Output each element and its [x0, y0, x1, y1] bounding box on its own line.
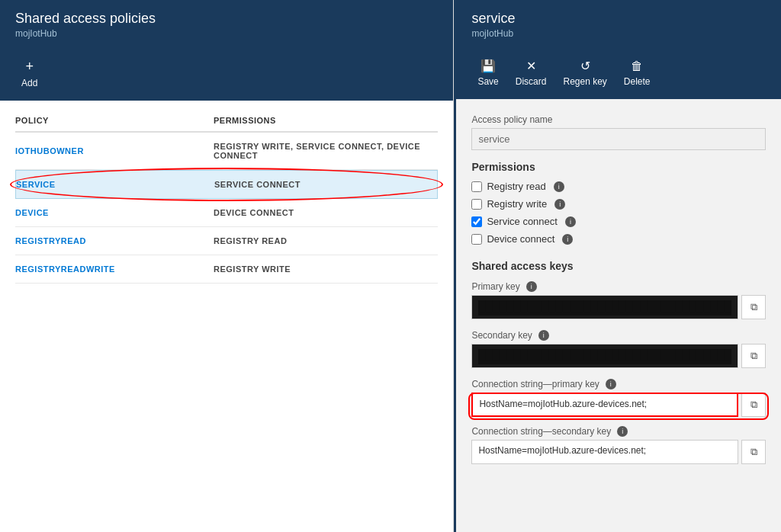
policy-name-label: Access policy name [471, 114, 766, 125]
policy-table: POLICY PERMISSIONS iothubowner registry … [0, 101, 453, 532]
permission-info-icon[interactable]: i [554, 199, 565, 210]
permission-checkbox[interactable] [471, 216, 482, 227]
permission-info-icon[interactable]: i [554, 181, 564, 192]
connection-secondary-info-icon[interactable]: i [617, 426, 628, 437]
primary-key-copy-button[interactable]: ⧉ [741, 295, 766, 319]
primary-key-redacted: ████████████████████████████████████ [478, 300, 731, 316]
secondary-key-row: Secondary key i ████████████████████████… [471, 330, 766, 368]
policy-cell: registryReadWrite [15, 264, 214, 274]
save-label: Save [477, 76, 498, 87]
table-row[interactable]: iothubowner registry write, service conn… [15, 133, 438, 170]
connection-primary-row: Connection string—primary key i HostName… [471, 379, 766, 417]
col-policy-header: POLICY [15, 116, 214, 125]
primary-key-label: Primary key i [471, 281, 766, 292]
primary-key-row: Primary key i ██████████████████████████… [471, 281, 766, 319]
permission-checkbox[interactable] [471, 181, 482, 192]
policy-cell: service [16, 180, 214, 189]
discard-label: Discard [516, 76, 547, 87]
left-panel-title: Shared access policies [15, 11, 438, 27]
add-icon: + [25, 59, 34, 75]
connection-primary-value: HostName=mojIotHub.azure-devices.net; [471, 393, 738, 417]
right-header: service mojIotHub [456, 0, 781, 50]
permission-label: Registry read [487, 181, 545, 192]
connection-secondary-input-row: HostName=mojIotHub.azure-devices.net; ⧉ [471, 440, 766, 464]
save-icon: 💾 [480, 59, 496, 73]
table-row[interactable]: device device connect [15, 199, 438, 227]
delete-button[interactable]: 🗑 Delete [618, 56, 657, 90]
policy-cell: registryRead [15, 236, 214, 245]
permission-row: Registry read i [471, 181, 766, 192]
policy-name-input[interactable] [471, 128, 766, 150]
permission-label: Service connect [487, 216, 558, 227]
permissions-section: Permissions Registry read i Registry wri… [471, 161, 766, 245]
save-button[interactable]: 💾 Save [471, 56, 504, 90]
regen-icon: ↺ [580, 59, 590, 73]
keys-title: Shared access keys [471, 260, 766, 272]
connection-primary-info-icon[interactable]: i [606, 379, 616, 389]
permission-checkbox[interactable] [471, 234, 482, 245]
add-label: Add [21, 78, 37, 88]
permissions-title: Permissions [471, 161, 766, 173]
connection-secondary-copy-button[interactable]: ⧉ [741, 440, 766, 464]
discard-icon: ✕ [526, 59, 536, 73]
permission-info-icon[interactable]: i [565, 216, 576, 227]
keys-section: Shared access keys Primary key i ███████… [471, 260, 766, 464]
permission-label: Registry write [487, 198, 547, 210]
permission-row: Registry write i [471, 198, 766, 210]
right-content: Access policy name Permissions Registry … [456, 99, 781, 532]
right-panel-subtitle: mojIotHub [471, 28, 766, 39]
permission-info-icon[interactable]: i [562, 234, 573, 245]
policy-cell: device [15, 208, 214, 217]
primary-key-value: ████████████████████████████████████ [471, 295, 738, 319]
permissions-cell: device connect [214, 208, 438, 217]
connection-secondary-label: Connection string—secondary key i [471, 426, 766, 437]
left-toolbar: + Add [0, 50, 453, 101]
connection-primary-label: Connection string—primary key i [471, 379, 766, 389]
left-panel: Shared access policies mojIotHub + Add P… [0, 0, 454, 532]
right-toolbar: 💾 Save ✕ Discard ↺ Regen key 🗑 Delete [456, 50, 781, 99]
table-body: iothubowner registry write, service conn… [15, 133, 438, 284]
permissions-cell: registry write, service connect, device … [214, 142, 438, 160]
permissions-list: Registry read i Registry write i Service… [471, 181, 766, 245]
table-row[interactable]: service service connect [15, 170, 438, 199]
regen-key-button[interactable]: ↺ Regen key [557, 56, 612, 90]
permissions-cell: registry read [214, 236, 438, 245]
left-header: Shared access policies mojIotHub [0, 0, 453, 50]
connection-secondary-value: HostName=mojIotHub.azure-devices.net; [471, 440, 738, 464]
secondary-key-input-row: ████████████████████████████████████ ⧉ [471, 344, 766, 368]
table-header: POLICY PERMISSIONS [15, 116, 438, 133]
connection-secondary-row: Connection string—secondary key i HostNa… [471, 426, 766, 464]
discard-button[interactable]: ✕ Discard [509, 56, 553, 90]
policy-cell: iothubowner [15, 146, 214, 155]
permission-checkbox[interactable] [471, 199, 482, 210]
table-row[interactable]: registryRead registry read [15, 227, 438, 255]
permissions-cell: registry write [214, 264, 438, 274]
permission-label: Device connect [487, 233, 554, 245]
secondary-key-label: Secondary key i [471, 330, 766, 341]
table-row[interactable]: registryReadWrite registry write [15, 255, 438, 284]
add-button[interactable]: + Add [15, 56, 43, 91]
secondary-key-copy-button[interactable]: ⧉ [741, 344, 766, 368]
regen-label: Regen key [563, 76, 606, 87]
delete-label: Delete [624, 76, 651, 87]
permission-row: Service connect i [471, 216, 766, 227]
connection-primary-copy-button[interactable]: ⧉ [741, 393, 766, 417]
permissions-cell: service connect [214, 180, 437, 189]
col-permissions-header: PERMISSIONS [214, 116, 438, 125]
delete-icon: 🗑 [631, 59, 643, 73]
secondary-key-info-icon[interactable]: i [538, 330, 549, 341]
right-panel: service mojIotHub 💾 Save ✕ Discard ↺ Reg… [456, 0, 781, 532]
secondary-key-value: ████████████████████████████████████ [471, 344, 738, 368]
connection-primary-input-row: HostName=mojIotHub.azure-devices.net; ⧉ [471, 393, 766, 417]
secondary-key-redacted: ████████████████████████████████████ [478, 349, 731, 364]
primary-key-input-row: ████████████████████████████████████ ⧉ [471, 295, 766, 319]
primary-key-info-icon[interactable]: i [526, 281, 537, 292]
right-panel-title: service [471, 11, 766, 27]
permission-row: Device connect i [471, 233, 766, 245]
left-panel-subtitle: mojIotHub [15, 28, 438, 39]
